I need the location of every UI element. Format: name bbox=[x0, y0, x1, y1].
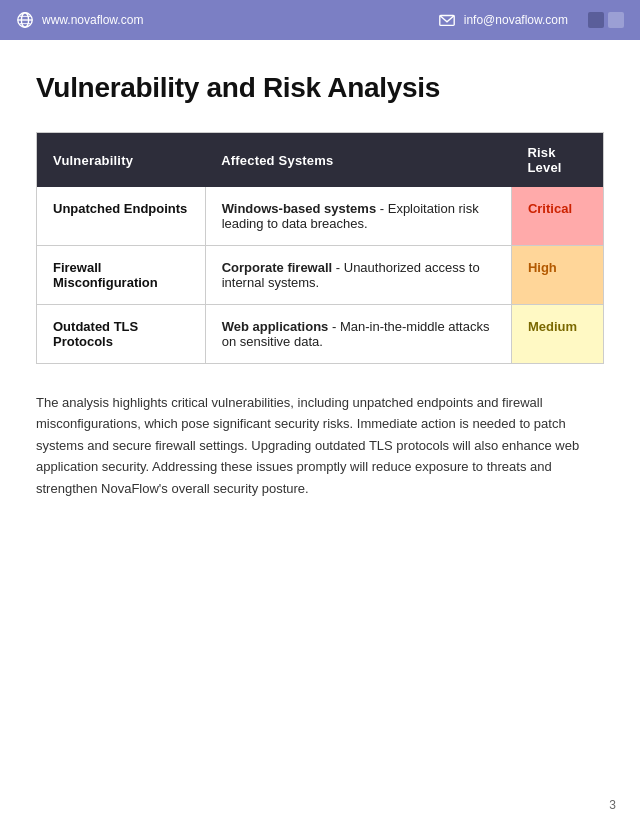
col-header-risk: Risk Level bbox=[511, 133, 603, 188]
page-title: Vulnerability and Risk Analysis bbox=[36, 72, 604, 104]
header-right: info@novaflow.com bbox=[438, 11, 624, 29]
square-1 bbox=[588, 12, 604, 28]
risk-level-cell: High bbox=[511, 246, 603, 305]
header-squares bbox=[588, 12, 624, 28]
risk-label: Medium bbox=[528, 319, 577, 334]
table-row: Outdated TLS Protocols Web applications … bbox=[37, 305, 604, 364]
vuln-name-cell: Outdated TLS Protocols bbox=[37, 305, 206, 364]
header-left: www.novaflow.com bbox=[16, 11, 143, 29]
vuln-name: Unpatched Endpoints bbox=[53, 201, 187, 216]
affected-systems-cell: Corporate firewall - Unauthorized access… bbox=[205, 246, 511, 305]
risk-level-cell: Critical bbox=[511, 187, 603, 246]
vuln-name-cell: Firewall Misconfiguration bbox=[37, 246, 206, 305]
risk-label: Critical bbox=[528, 201, 572, 216]
risk-level-cell: Medium bbox=[511, 305, 603, 364]
globe-icon bbox=[16, 11, 34, 29]
vuln-name-cell: Unpatched Endpoints bbox=[37, 187, 206, 246]
website-label: www.novaflow.com bbox=[42, 13, 143, 27]
table-row: Unpatched Endpoints Windows-based system… bbox=[37, 187, 604, 246]
affected-bold: Web applications bbox=[222, 319, 329, 334]
affected-systems-cell: Windows-based systems - Exploitation ris… bbox=[205, 187, 511, 246]
vuln-name: Outdated TLS Protocols bbox=[53, 319, 138, 349]
table-row: Firewall Misconfiguration Corporate fire… bbox=[37, 246, 604, 305]
risk-label: High bbox=[528, 260, 557, 275]
square-2 bbox=[608, 12, 624, 28]
main-content: Vulnerability and Risk Analysis Vulnerab… bbox=[0, 40, 640, 531]
col-header-vulnerability: Vulnerability bbox=[37, 133, 206, 188]
vuln-name: Firewall Misconfiguration bbox=[53, 260, 158, 290]
page-number: 3 bbox=[609, 798, 616, 812]
email-label: info@novaflow.com bbox=[464, 13, 568, 27]
mail-icon bbox=[438, 11, 456, 29]
vulnerability-table: Vulnerability Affected Systems Risk Leve… bbox=[36, 132, 604, 364]
summary-paragraph: The analysis highlights critical vulnera… bbox=[36, 392, 596, 499]
affected-systems-cell: Web applications - Man-in-the-middle att… bbox=[205, 305, 511, 364]
col-header-affected: Affected Systems bbox=[205, 133, 511, 188]
table-header-row: Vulnerability Affected Systems Risk Leve… bbox=[37, 133, 604, 188]
affected-bold: Corporate firewall bbox=[222, 260, 333, 275]
affected-bold: Windows-based systems bbox=[222, 201, 376, 216]
header-bar: www.novaflow.com info@novaflow.com bbox=[0, 0, 640, 40]
